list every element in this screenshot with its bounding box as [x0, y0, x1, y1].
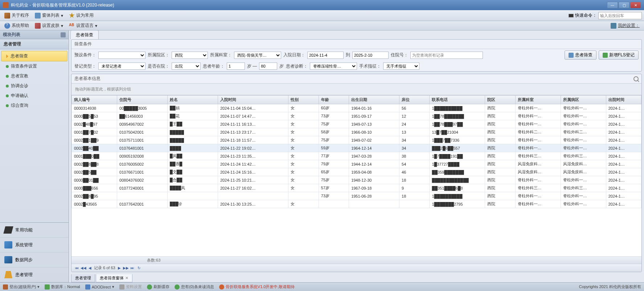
- inhosp-select[interactable]: 出院: [172, 62, 201, 70]
- table-row[interactable]: 0002██1██901075711001█████2024-11-18 11:…: [72, 136, 641, 144]
- pin-icon[interactable]: [61, 32, 66, 37]
- cell-name: ██花: [167, 112, 218, 120]
- cursor-icon: [3, 226, 13, 234]
- unread-msg[interactable]: 您有(0)条未读消息: [175, 284, 214, 290]
- column-header[interactable]: 所属科室: [515, 96, 561, 104]
- sidebar-item-apply-confirm[interactable]: 申请确认: [0, 91, 69, 101]
- sys-help-button[interactable]: 系统帮助: [2, 21, 31, 30]
- column-header[interactable]: 姓名: [167, 96, 218, 104]
- table-row[interactable]: 0002█48█9700954967002█王██2024-11-11 16:1…: [72, 120, 641, 128]
- close-button[interactable]: ✕: [630, 2, 641, 8]
- nav-prevpage[interactable]: ◀◀: [81, 266, 86, 271]
- table-row[interactable]: 0002██8█9573岁1951-06-28181██████████西院脊柱…: [72, 192, 641, 200]
- inpno-input[interactable]: [410, 52, 483, 59]
- cell-loc: 西院: [485, 200, 515, 208]
- sidebar-group-header[interactable]: 患者管理: [0, 39, 69, 49]
- inhosp-label: 是否在院：: [148, 63, 169, 69]
- cell-name: ██娟: [167, 104, 218, 112]
- nav-first[interactable]: ⏮: [74, 266, 79, 271]
- column-header[interactable]: 出院时间: [606, 96, 641, 104]
- table-row[interactable]: 0000██5█53██61456003██花2024-11-07 14:47……: [72, 112, 641, 120]
- table-row[interactable]: 0002█4356501077642001███珍2024-11-30 13:2…: [72, 200, 641, 208]
- data-settings[interactable]: 资料设置: [119, 284, 142, 290]
- column-header[interactable]: 联系电话: [430, 96, 485, 104]
- logout-icon: [3, 284, 8, 290]
- refresh-cache[interactable]: 刷新缓存: [147, 284, 169, 290]
- nav-reload[interactable]: ↻: [136, 266, 141, 271]
- cell-name: █████: [167, 136, 218, 144]
- ado-icon: [85, 284, 90, 290]
- nav-next[interactable]: ▶: [117, 266, 122, 271]
- table-row[interactable]: 0001██7█0201075042001█████2024-11-13 23:…: [72, 128, 641, 136]
- tab-close-icon[interactable]: ✕: [125, 276, 128, 280]
- sidebar-item-filter-settings[interactable]: 筛查条件设置: [0, 61, 69, 71]
- column-header[interactable]: 出生日期: [349, 96, 399, 104]
- sidebar-item-patient-filter[interactable]: 患者筛查: [1, 51, 67, 61]
- sidebar-bottom-datasync[interactable]: 数据同步: [0, 252, 69, 267]
- nav-prev[interactable]: ◀: [87, 266, 93, 271]
- sidebar-bottom-patientmgmt[interactable]: 患者管理: [0, 267, 69, 282]
- nav-last[interactable]: ⏭: [130, 266, 135, 271]
- set-skin-button[interactable]: 设置皮肤 ▾: [33, 21, 65, 30]
- grid-group-bar[interactable]: 拖动列标题至此，根据该列分组: [71, 84, 641, 95]
- admdate-from-input[interactable]: [307, 52, 344, 59]
- column-header[interactable]: 所属病区: [561, 96, 606, 104]
- sidebar-item-query[interactable]: 综合查询: [0, 101, 69, 110]
- cell-inp: 01076481001: [117, 144, 168, 152]
- table-row[interactable]: 0002██40██01076481001████2024-11-22 19:0…: [72, 144, 641, 152]
- nav-nextpage[interactable]: ▶▶: [123, 266, 128, 271]
- column-header[interactable]: 住院号: [117, 96, 168, 104]
- my-settings-button[interactable]: 我的设置：: [608, 21, 642, 30]
- age-from-input[interactable]: [227, 62, 245, 70]
- logout-button[interactable]: 登出(超级用户) ▾: [3, 284, 40, 290]
- about-button[interactable]: 关于程序: [2, 11, 31, 20]
- diag-select[interactable]: 脊椎压缩性骨…: [310, 62, 357, 70]
- data-grid[interactable]: 病人编号住院号姓名入院时间性别年龄出生日期床位联系电话院区所属科室所属病区出院时…: [71, 95, 641, 256]
- column-header[interactable]: 入院时间: [218, 96, 288, 104]
- maximize-button[interactable]: ▢: [619, 2, 629, 8]
- app-icon: [3, 2, 9, 8]
- table-row[interactable]: 0001███0██00905192008█凤██2024-11-23 11:3…: [72, 152, 641, 160]
- column-header[interactable]: 病人编号: [72, 96, 117, 104]
- bottom-tab-filterform[interactable]: 患者筛查窗体✕: [96, 274, 132, 282]
- table-row[interactable]: 0000███65601077240001████凤2024-11-27 16:…: [72, 184, 641, 192]
- window-list-button[interactable]: 窗体列表 ▾: [33, 11, 65, 20]
- set-lang-button[interactable]: AB设置语言 ▾: [67, 21, 99, 30]
- dept-select[interactable]: 西院-骨病关节…: [234, 52, 281, 59]
- set-common-button[interactable]: 设为常用: [67, 11, 96, 20]
- cell-adm: 2024-11-25 10:21…: [218, 176, 288, 184]
- preset-label: 预设条件：: [74, 52, 96, 58]
- age-to-input[interactable]: [259, 62, 277, 70]
- table-row[interactable]: 0000██01██00804376002█合██2024-11-25 10:2…: [72, 176, 641, 184]
- hospital-select[interactable]: 西院: [172, 52, 208, 59]
- table-row[interactable]: 000031493800█████3005██娟2024-11-04 15:04…: [72, 104, 641, 112]
- bottom-tab-patientmgmt[interactable]: 患者管理: [71, 274, 95, 282]
- page-tab-patient-filter[interactable]: 患者筛查: [70, 31, 99, 39]
- minimize-button[interactable]: —: [607, 2, 618, 8]
- ado-status[interactable]: ADODirect ▾: [85, 284, 115, 290]
- cell-tel: 1██████████: [430, 192, 485, 200]
- sidebar-bottom-common[interactable]: 常用功能: [0, 223, 69, 238]
- data-table: 病人编号住院号姓名入院时间性别年龄出生日期床位联系电话院区所属科室所属病区出院时…: [71, 95, 641, 208]
- cell-name: ██香█: [167, 160, 218, 168]
- regtype-select[interactable]: 未登记患者: [98, 62, 145, 70]
- filter-button[interactable]: 患者筛查: [565, 50, 596, 60]
- surg-select[interactable]: 无手术指征: [383, 62, 419, 70]
- admdate-to-input[interactable]: [352, 52, 389, 59]
- table-row[interactable]: 0002██5██01076671001█文██2024-11-24 15:16…: [72, 168, 641, 176]
- cell-dis: 2024-1…: [606, 176, 641, 184]
- column-header[interactable]: 床位: [399, 96, 430, 104]
- grid-search-icon[interactable]: [633, 76, 639, 81]
- sidebar-item-patient-edu[interactable]: 患者宣教: [0, 71, 69, 81]
- sidebar-item-consult[interactable]: 协调会诊: [0, 81, 69, 91]
- preset-select[interactable]: [98, 52, 145, 59]
- sidebar-bottom-sysmgmt[interactable]: 系统管理: [0, 238, 69, 252]
- column-header[interactable]: 性别: [288, 96, 319, 104]
- add-fls-button[interactable]: 新增FLS登记: [599, 50, 639, 60]
- table-row[interactable]: 0002██8██801076005002██香█2024-11-24 11:4…: [72, 160, 641, 168]
- column-header[interactable]: 年龄: [319, 96, 349, 104]
- cell-pid: 0002██5██: [72, 168, 117, 176]
- search-icon: [569, 53, 574, 58]
- quick-cmd-input[interactable]: [598, 12, 642, 19]
- column-header[interactable]: 院区: [485, 96, 515, 104]
